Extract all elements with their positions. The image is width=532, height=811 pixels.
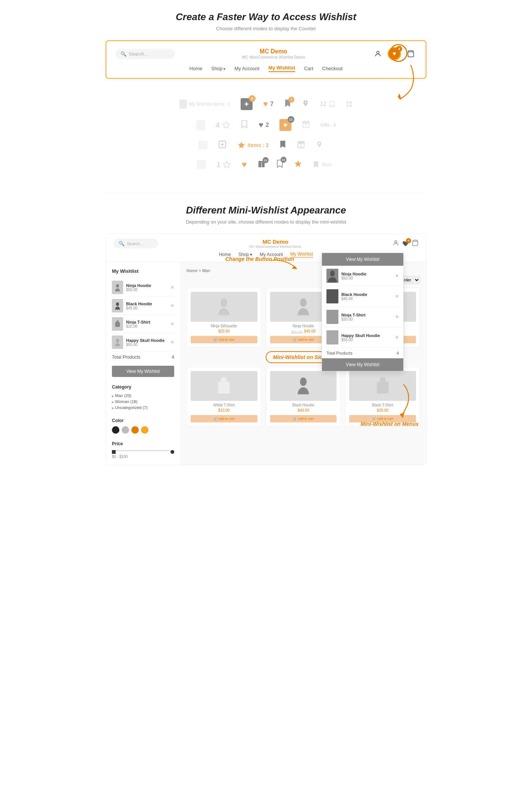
badge-7: 7 (288, 97, 294, 103)
counter-small-sq (198, 141, 207, 150)
counter-heart-2[interactable]: ♥ 2 (259, 120, 269, 130)
item-price-4: $55.00 (126, 343, 168, 347)
svg-point-26 (116, 284, 119, 288)
nav-checkout[interactable]: Checkout (322, 66, 343, 71)
wishlist-item-info-2: Black Hoodie $45.00 (126, 302, 168, 310)
search-placeholder: Search... (129, 51, 148, 57)
popup-view-wishlist-top[interactable]: View My Wishlist (322, 253, 403, 266)
filter-woman[interactable]: Woman (18) (112, 399, 174, 405)
counter-plus-sq[interactable] (218, 140, 227, 150)
section-divider (106, 193, 426, 193)
annotation-menus-area: Mini-Wishlist on Menus (361, 421, 419, 427)
item-remove-3[interactable]: ✕ (170, 321, 174, 327)
filter-man[interactable]: Man (20) (112, 393, 174, 399)
svg-marker-18 (223, 161, 230, 168)
demo-search-icon: 🔍 (119, 241, 125, 246)
counter-bookmark-outline[interactable] (241, 120, 248, 130)
heart-orange-icon: ♥ (263, 99, 268, 109)
breadcrumb-home[interactable]: Home (187, 268, 197, 273)
price-range-slider[interactable] (112, 450, 174, 453)
counter-pin[interactable] (302, 100, 309, 109)
counter-12-book[interactable]: 12 (320, 100, 335, 108)
nav-shop[interactable]: Shop (211, 66, 225, 71)
search-box[interactable]: 🔍 Search... (115, 49, 175, 59)
svg-rect-6 (350, 105, 351, 107)
counter-gift-outline[interactable] (297, 140, 305, 150)
counter-plus-orange-11[interactable]: ✚ 11 (279, 119, 291, 131)
swatch-orange[interactable] (131, 426, 139, 434)
demo-sidebar: My Wishlist Ninja Hoodie $50.00 ✕ (106, 262, 181, 465)
demo-brand-sub: MC WooCommerce Wishlist Demo (250, 245, 301, 249)
sidebar-wishlist-title: My Wishlist (112, 268, 174, 274)
popup-remove-2[interactable]: ✕ (395, 294, 399, 299)
popup-price-4: $55.00 (341, 338, 392, 342)
item-remove-2[interactable]: ✕ (170, 303, 174, 308)
product-img-4 (191, 371, 257, 401)
filter-uncategorized[interactable]: Uncategorized (7) (112, 405, 174, 411)
item-remove-4[interactable]: ✕ (170, 340, 174, 345)
demo-nav-top: 🔍 Search... MC Demo MC WooCommerce Wishl… (113, 238, 419, 249)
counter-row-1: My Wishlist Items : 1 ✚ 9 ♥ 7 7 12 (106, 94, 426, 115)
add-to-cart-btn-4[interactable]: 🛒 Add to cart (191, 415, 257, 422)
swatch-black[interactable] (112, 426, 119, 434)
counter-small-img (196, 120, 205, 130)
demo-account-icon[interactable] (392, 240, 399, 248)
counter-section: My Wishlist Items : 1 ✚ 9 ♥ 7 7 12 (106, 90, 426, 178)
color-swatches (112, 426, 174, 434)
count-12: 12 (320, 101, 326, 107)
counter-plus-box[interactable]: ✚ 9 (241, 98, 253, 110)
counter-grid-icon[interactable] (346, 101, 353, 107)
counter-1-star[interactable]: 1 (216, 160, 231, 169)
add-to-cart-btn-5[interactable]: 🛒 Add to cart (270, 415, 337, 422)
item-name-4: Happy Skull Hoodie (126, 338, 168, 343)
popup-info-4: Happy Skull Hoodie $55.00 (341, 333, 392, 342)
counter-items-2[interactable]: Items : 2 (237, 141, 269, 149)
popup-img-4 (326, 330, 338, 344)
wishlist-item-info-4: Happy Skull Hoodie $55.00 (126, 338, 168, 347)
counter-gift-gray[interactable] (302, 120, 310, 130)
counter-4-star[interactable]: 4 (216, 121, 230, 130)
items-2-label: Items : 2 (248, 142, 269, 148)
swatch-gray[interactable] (122, 426, 129, 434)
popup-name-2: Black Hoodie (341, 292, 392, 297)
swatch-light-orange[interactable] (141, 426, 148, 434)
counter-gift-11[interactable]: 11 (257, 160, 266, 169)
item-name-1: Ninja Hoodie (126, 283, 168, 288)
add-to-cart-btn-1[interactable]: 🛒 Add to cart (191, 336, 257, 343)
popup-remove-1[interactable]: ✕ (395, 273, 399, 278)
popup-remove-4[interactable]: ✕ (395, 335, 399, 340)
counter-pin-gray[interactable] (316, 141, 323, 150)
counter-bookmark-13[interactable]: 13 (276, 159, 284, 170)
counter-star-orange[interactable] (294, 160, 302, 169)
product-price-strike-2: $50.00 (291, 330, 303, 334)
nav-home[interactable]: Home (190, 66, 203, 71)
popup-remove-3[interactable]: ✕ (395, 314, 399, 319)
svg-point-1 (377, 51, 379, 54)
account-icon-btn[interactable] (372, 48, 384, 60)
counter-bookmark-wishlist[interactable]: Wishl... (313, 160, 335, 169)
color-title: Color (112, 418, 174, 423)
popup-view-wishlist-bottom[interactable]: View My Wishlist (322, 358, 403, 371)
breadcrumb-separator: > (198, 268, 202, 273)
product-name-1: Ninja Silhouette (191, 324, 257, 328)
demo-search-box[interactable]: 🔍 Search... (113, 238, 158, 249)
svg-rect-3 (347, 102, 348, 103)
counter-bookmark-filled[interactable] (279, 140, 287, 150)
sidebar-view-wishlist-btn[interactable]: View My Wishlist (112, 366, 174, 377)
demo-nav-icons: 4 (392, 240, 419, 248)
counter-heart-solid[interactable]: ♥ (241, 159, 247, 170)
demo-cart-icon[interactable] (412, 240, 419, 248)
item-remove-1[interactable]: ✕ (170, 285, 174, 290)
product-grid-2: White T-Shirt $10.00 🛒 Add to cart Black… (187, 367, 420, 427)
popup-total-row: Total Products 4 (322, 348, 403, 358)
counter-bookmark-7[interactable]: 7 (284, 99, 291, 109)
plus-orange-icon-box: ✚ 11 (279, 119, 291, 131)
popup-img-3 (326, 310, 338, 324)
demo-wishlist-icon-btn[interactable]: 4 (402, 240, 409, 247)
nav-my-wishlist[interactable]: My Wishlist (269, 65, 295, 72)
popup-name-3: Ninja T-Shirt (341, 313, 392, 317)
popup-info-2: Black Hoodie $45.00 (341, 292, 392, 301)
counter-heart-7[interactable]: ♥ 7 (263, 99, 273, 109)
nav-cart[interactable]: Cart (304, 66, 313, 71)
nav-my-account[interactable]: My Account (234, 66, 259, 71)
